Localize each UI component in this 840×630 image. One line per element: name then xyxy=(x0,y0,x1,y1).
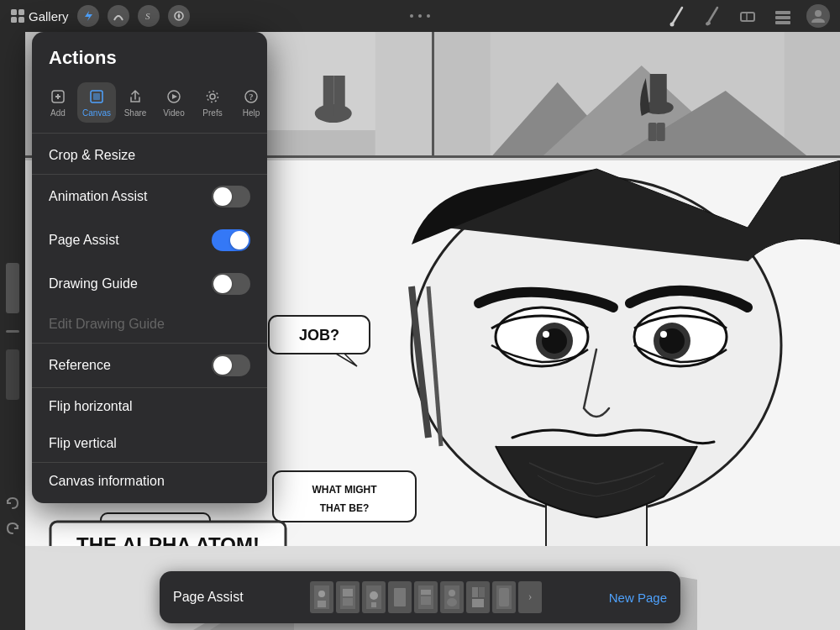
top-bar-right xyxy=(665,4,830,28)
page-thumb-icon-9: › xyxy=(522,585,538,609)
drawing-guide-item[interactable]: Drawing Guide xyxy=(32,262,267,306)
undo-button[interactable] xyxy=(3,494,22,512)
menu-section: Crop & Resize Animation Assist Page Assi… xyxy=(32,134,267,503)
svg-rect-0 xyxy=(11,9,17,15)
new-page-button[interactable]: New Page xyxy=(609,591,667,605)
canvas-information-item[interactable]: Canvas information xyxy=(32,463,267,500)
edit-drawing-guide-label: Edit Drawing Guide xyxy=(49,317,165,332)
gallery-icon xyxy=(10,8,25,24)
tab-video-label: Video xyxy=(163,108,184,118)
svg-point-75 xyxy=(318,591,325,597)
tab-share[interactable]: Share xyxy=(116,82,155,123)
tab-prefs[interactable]: Prefs xyxy=(193,82,232,123)
tool-icon-2[interactable] xyxy=(108,5,129,27)
opacity-slider[interactable] xyxy=(6,263,19,313)
brush-tool-icon[interactable] xyxy=(665,4,689,28)
page-assist-toggle[interactable] xyxy=(212,229,250,251)
svg-text:S: S xyxy=(145,11,150,21)
tab-help-label: Help xyxy=(243,108,260,118)
canvas-tab-icon xyxy=(87,87,106,106)
svg-point-81 xyxy=(370,591,378,600)
page-thumb-icon-3 xyxy=(366,585,381,609)
svg-rect-78 xyxy=(343,589,353,596)
redo-icon xyxy=(4,520,21,537)
svg-rect-93 xyxy=(479,587,485,597)
settings-icon xyxy=(205,89,220,104)
flip-horizontal-item[interactable]: Flip horizontal xyxy=(32,388,267,425)
page-assist-label: Page Assist xyxy=(49,233,119,248)
page-thumb-1[interactable] xyxy=(310,581,333,613)
page-thumb-8[interactable] xyxy=(492,581,516,613)
svg-rect-84 xyxy=(394,588,406,606)
svg-rect-2 xyxy=(11,17,17,23)
svg-rect-94 xyxy=(472,599,484,607)
plus-in-box-icon xyxy=(50,89,66,104)
top-center-dots xyxy=(410,14,430,18)
page-thumb-9[interactable]: › xyxy=(518,581,542,613)
page-thumb-icon-6 xyxy=(444,585,459,609)
svg-rect-92 xyxy=(472,587,478,597)
tool-icon-1[interactable] xyxy=(77,5,99,27)
page-thumb-icon-4 xyxy=(392,585,407,609)
undo-redo-group xyxy=(0,494,25,546)
page-thumb-icon-8 xyxy=(496,585,512,609)
page-thumb-5[interactable] xyxy=(414,581,438,613)
actions-panel: Actions Add Canvas xyxy=(32,32,267,503)
tab-canvas[interactable]: Canvas xyxy=(77,82,116,123)
curve-icon xyxy=(113,10,124,22)
tab-add[interactable]: Add xyxy=(39,82,77,123)
reference-toggle[interactable] xyxy=(212,354,250,376)
top-right-panel xyxy=(434,32,841,155)
drawing-guide-toggle[interactable] xyxy=(212,273,250,295)
page-thumb-icon-1 xyxy=(314,585,329,609)
page-thumb-6[interactable] xyxy=(440,581,464,613)
prefs-tab-icon xyxy=(203,87,222,106)
video-tab-icon xyxy=(165,87,183,106)
crop-resize-label: Crop & Resize xyxy=(49,148,135,163)
svg-point-8 xyxy=(705,21,711,26)
svg-point-7 xyxy=(670,23,675,27)
page-thumb-3[interactable] xyxy=(362,581,386,613)
tab-video[interactable]: Video xyxy=(155,82,193,123)
svg-rect-79 xyxy=(343,598,353,606)
page-thumb-4[interactable] xyxy=(388,581,412,613)
smudge-tool-icon[interactable] xyxy=(701,4,724,28)
size-slider[interactable] xyxy=(6,349,19,400)
svg-point-71 xyxy=(207,92,218,102)
tool-icon-4[interactable] xyxy=(168,5,190,27)
reference-item[interactable]: Reference xyxy=(32,344,267,387)
layers-tool-icon[interactable] xyxy=(771,4,795,28)
actions-tabs: Add Canvas Share xyxy=(32,79,267,134)
animation-assist-item[interactable]: Animation Assist xyxy=(32,175,267,218)
page-thumb-2[interactable] xyxy=(336,581,360,613)
page-assist-item[interactable]: Page Assist xyxy=(32,218,267,262)
svg-text:›: › xyxy=(528,591,533,603)
user-avatar[interactable] xyxy=(806,4,830,28)
svg-rect-76 xyxy=(318,601,326,607)
reference-label: Reference xyxy=(49,358,111,373)
page-thumb-7[interactable] xyxy=(466,581,490,613)
svg-point-14 xyxy=(815,10,822,17)
svg-text:WHAT MIGHT: WHAT MIGHT xyxy=(312,484,377,496)
canvas-information-label: Canvas information xyxy=(49,474,165,489)
animation-assist-toggle[interactable] xyxy=(212,186,250,207)
tab-help[interactable]: ? Help xyxy=(232,82,267,123)
svg-rect-3 xyxy=(18,17,24,23)
gallery-button[interactable]: Gallery xyxy=(10,8,69,24)
play-icon xyxy=(166,89,181,104)
flip-vertical-item[interactable]: Flip vertical xyxy=(32,425,267,462)
tab-share-label: Share xyxy=(124,108,147,118)
crop-resize-item[interactable]: Crop & Resize xyxy=(32,137,267,174)
page-thumb-icon-5 xyxy=(418,585,433,609)
svg-rect-13 xyxy=(775,21,790,24)
svg-text:THAT BE?: THAT BE? xyxy=(320,502,369,514)
svg-rect-55 xyxy=(273,471,416,522)
eraser-tool-icon[interactable] xyxy=(736,4,759,28)
tool-icon-3[interactable]: S xyxy=(138,5,160,27)
share-tab-icon xyxy=(126,87,144,106)
s-icon: S xyxy=(143,10,155,22)
question-icon: ? xyxy=(244,89,259,104)
gallery-label: Gallery xyxy=(29,9,69,24)
redo-button[interactable] xyxy=(3,519,22,538)
svg-rect-24 xyxy=(323,76,334,116)
